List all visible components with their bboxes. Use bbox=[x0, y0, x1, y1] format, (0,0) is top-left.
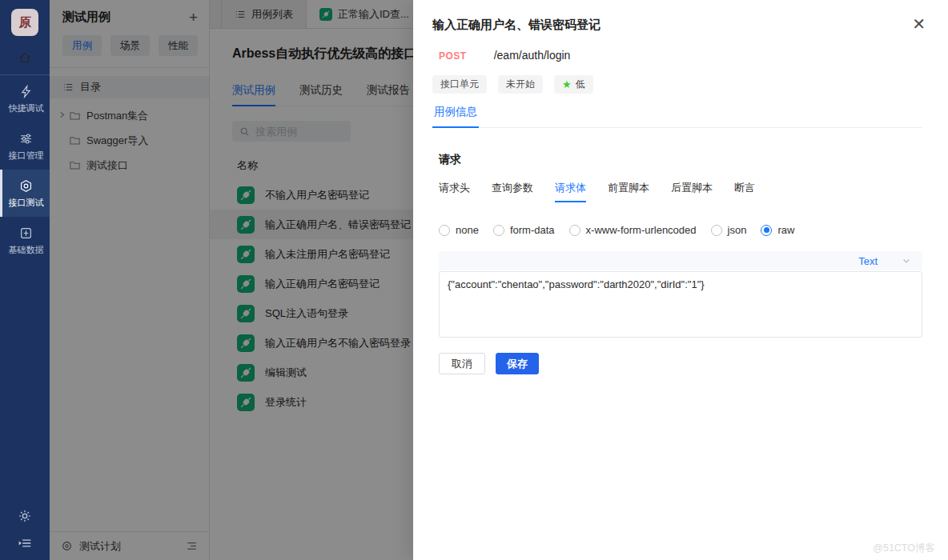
request-path: /eam/auth/login bbox=[494, 49, 571, 62]
radio-label: form-data bbox=[510, 224, 555, 236]
radio-none[interactable]: none bbox=[439, 224, 479, 236]
radio-form-data[interactable]: form-data bbox=[493, 224, 555, 236]
sidebar-item-quick-debug[interactable]: 快捷调试 bbox=[0, 75, 50, 122]
action-buttons: 取消 保存 bbox=[439, 353, 922, 374]
tab-post-script[interactable]: 后置脚本 bbox=[671, 181, 713, 202]
collapse-menu-icon[interactable] bbox=[18, 536, 32, 550]
database-icon bbox=[19, 226, 33, 240]
cancel-button[interactable]: 取消 bbox=[439, 353, 485, 374]
sidebar-item-api-test[interactable]: 接口测试 bbox=[0, 170, 50, 217]
radio-raw[interactable]: raw bbox=[761, 224, 794, 236]
drawer-tabbar: 用例信息 bbox=[432, 104, 922, 128]
tag-status: 未开始 bbox=[498, 75, 543, 94]
main-sidebar: 原 快捷调试 接口管理 接口测试 bbox=[0, 0, 50, 560]
sidebar-item-api-manage[interactable]: 接口管理 bbox=[0, 122, 50, 170]
body-type-radios: none form-data x-www-form-urlencoded jso… bbox=[439, 224, 922, 236]
radio-icon bbox=[439, 225, 450, 236]
tag-row: 接口单元 未开始 ★ 低 bbox=[432, 75, 922, 94]
app-logo[interactable]: 原 bbox=[11, 9, 38, 36]
sidebar-item-base-data[interactable]: 基础数据 bbox=[0, 217, 50, 264]
tab-request-body[interactable]: 请求体 bbox=[555, 181, 586, 202]
tab-pre-script[interactable]: 前置脚本 bbox=[608, 181, 649, 202]
request-section-title: 请求 bbox=[439, 153, 922, 167]
gear-icon[interactable] bbox=[18, 509, 32, 523]
radio-icon bbox=[761, 225, 772, 236]
drawer-title: 输入正确用户名、错误密码登记 bbox=[432, 0, 922, 33]
body-textarea[interactable]: {"account":"chentao","password":"darth20… bbox=[439, 271, 922, 338]
sidebar-item-label: 接口管理 bbox=[9, 150, 44, 162]
save-button[interactable]: 保存 bbox=[496, 353, 539, 374]
sidebar-item-label: 基础数据 bbox=[9, 244, 44, 256]
tab-assertions[interactable]: 断言 bbox=[734, 181, 755, 202]
sidebar-bottom bbox=[0, 509, 50, 550]
lightning-icon bbox=[19, 85, 33, 98]
chevron-down-icon[interactable] bbox=[902, 256, 911, 266]
sidebar-item-label: 接口测试 bbox=[9, 197, 44, 209]
case-detail-drawer: 输入正确用户名、错误密码登记 ✕ POST /eam/auth/login 接口… bbox=[413, 0, 948, 560]
request-line: POST /eam/auth/login bbox=[432, 49, 922, 62]
watermark: @51CTO博客 bbox=[873, 542, 935, 555]
radio-json[interactable]: json bbox=[711, 224, 747, 236]
hexagon-gear-icon bbox=[19, 179, 33, 193]
request-tabs: 请求头 查询参数 请求体 前置脚本 后置脚本 断言 bbox=[439, 181, 922, 202]
editor-mode-select[interactable]: Text bbox=[858, 255, 878, 267]
priority-label: 低 bbox=[576, 78, 585, 91]
http-method-badge: POST bbox=[439, 50, 467, 62]
close-icon[interactable]: ✕ bbox=[912, 16, 926, 32]
sliders-icon bbox=[19, 132, 33, 146]
radio-label: raw bbox=[777, 224, 794, 236]
body-editor: Text {"account":"chentao","password":"da… bbox=[439, 251, 922, 341]
radio-label: none bbox=[456, 224, 479, 236]
editor-toolbar: Text bbox=[439, 251, 922, 270]
star-icon: ★ bbox=[562, 79, 572, 90]
sidebar-item-label: 快捷调试 bbox=[9, 102, 44, 114]
radio-icon bbox=[493, 225, 504, 236]
sidebar-item-home[interactable] bbox=[0, 36, 50, 75]
tab-case-info[interactable]: 用例信息 bbox=[432, 105, 479, 128]
tag-priority: ★ 低 bbox=[554, 75, 593, 94]
radio-urlencoded[interactable]: x-www-form-urlencoded bbox=[569, 224, 697, 236]
home-icon bbox=[18, 50, 32, 65]
radio-icon bbox=[569, 225, 580, 236]
radio-label: json bbox=[728, 224, 747, 236]
radio-icon bbox=[711, 225, 722, 236]
tab-request-headers[interactable]: 请求头 bbox=[439, 181, 470, 202]
tab-query-params[interactable]: 查询参数 bbox=[492, 181, 533, 202]
drawer-mask[interactable] bbox=[50, 0, 413, 560]
tag-unit: 接口单元 bbox=[432, 75, 487, 94]
radio-label: x-www-form-urlencoded bbox=[586, 224, 697, 236]
